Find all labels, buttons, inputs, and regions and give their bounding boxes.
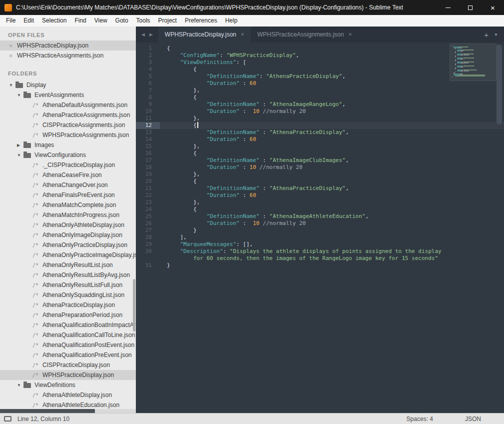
editor[interactable]: 1{2 "ConfigName": "WPHSPracticeDisplay",…: [136, 42, 504, 413]
tab-scroll-left-icon[interactable]: ◀: [141, 32, 145, 37]
chevron-down-icon[interactable]: ▼: [9, 83, 15, 88]
code-line[interactable]: 2 "ConfigName": "WPHSPracticeDisplay",: [136, 52, 504, 59]
code-line[interactable]: 4 {: [136, 66, 504, 73]
tree-file[interactable]: /*AthenaQualificationBoatInImpactArea.js…: [0, 320, 136, 330]
code-line[interactable]: 6 "Duration" : 60: [136, 80, 504, 87]
close-file-icon[interactable]: ×: [7, 52, 14, 60]
code-line[interactable]: 13 "DefinitionName" : "AthenaPracticeDis…: [136, 129, 504, 136]
code-line[interactable]: 5 "DefinitionName": "AthenaPracticeDispl…: [136, 73, 504, 80]
tab-inactive[interactable]: WPHSPracticeAssignments.json×: [251, 26, 358, 42]
tree-file[interactable]: /*AthenaOnlyImageDisplay.json: [0, 230, 136, 240]
tree-file[interactable]: /*WPHSPracticeDisplay.json: [0, 370, 136, 380]
maximize-button[interactable]: [459, 0, 482, 15]
open-file-item[interactable]: ×WPHSPracticeDisplay.json: [0, 40, 136, 50]
code-line[interactable]: 14 "Duration" : 60: [136, 136, 504, 143]
tree-folder[interactable]: ▼Display: [0, 80, 136, 90]
code-line[interactable]: 11 },: [136, 115, 504, 122]
editor-scrollbar-thumb[interactable]: [497, 44, 502, 124]
tree-file[interactable]: /*AthenaChangeOver.json: [0, 180, 136, 190]
tree-file[interactable]: /*AthenaDefaultAssignments.json: [0, 100, 136, 110]
code-line[interactable]: 21 "DefinitionName" : "AthenaPracticeDis…: [136, 185, 504, 192]
code-line[interactable]: 15 },: [136, 143, 504, 150]
code-line[interactable]: 24 {: [136, 206, 504, 213]
menu-item-preferences[interactable]: Preferences: [181, 15, 221, 26]
menu-item-project[interactable]: Project: [154, 15, 181, 26]
tree-file[interactable]: /*AthenaMatchComplete.json: [0, 200, 136, 210]
tree-file[interactable]: /*AthenaOnlyPracticeImageDisplay.json: [0, 250, 136, 260]
code-line[interactable]: 19 },: [136, 171, 504, 178]
tree-file[interactable]: /*AthenaPracticeDisplay.json: [0, 300, 136, 310]
tree-file[interactable]: /*AthenaPracticeAssignments.json: [0, 110, 136, 120]
tree-file[interactable]: /*AthenaOnlyPracticeDisplay.json: [0, 240, 136, 250]
indentation-setting[interactable]: Spaces: 4: [407, 416, 433, 422]
tree-file[interactable]: /*CISPPracticeDisplay.json: [0, 360, 136, 370]
tree-file[interactable]: /*AthenaQualificationPreEvent.json: [0, 350, 136, 360]
menu-item-goto[interactable]: Goto: [111, 15, 132, 26]
chevron-down-icon[interactable]: ▼: [17, 383, 23, 388]
tree-file[interactable]: /*AthenaQualificationCallToLine.json: [0, 330, 136, 340]
tree-file[interactable]: /*AthenaOnlyResultListFull.json: [0, 280, 136, 290]
code-line[interactable]: for 60 seconds, then the images of the R…: [136, 255, 504, 262]
new-tab-icon[interactable]: +: [480, 30, 493, 39]
tree-folder[interactable]: ▼ViewDefinitions: [0, 380, 136, 390]
code-line[interactable]: 31}: [136, 262, 504, 269]
tree-folder[interactable]: ▶Images: [0, 140, 136, 150]
minimap[interactable]: [452, 46, 495, 78]
chevron-right-icon[interactable]: ▶: [17, 143, 23, 148]
code-line[interactable]: 8 {: [136, 94, 504, 101]
tree-folder[interactable]: ▼ViewConfigurations: [0, 150, 136, 160]
tree-file[interactable]: /*AthenaOnlyResultList.json: [0, 260, 136, 270]
code-line[interactable]: 23 },: [136, 199, 504, 206]
menu-item-edit[interactable]: Edit: [19, 15, 38, 26]
code-line[interactable]: 7 },: [136, 87, 504, 94]
code-line[interactable]: 10 "Duration" : 10 //normally 20: [136, 108, 504, 115]
panel-switcher-icon[interactable]: [4, 416, 11, 422]
tree-folder[interactable]: ▼EventAssignments: [0, 90, 136, 100]
sidebar-vertical-scrollbar-thumb[interactable]: [133, 279, 135, 332]
menu-item-tools[interactable]: Tools: [132, 15, 154, 26]
code-line[interactable]: 16 {: [136, 150, 504, 157]
tree-file[interactable]: /*AthenaAthleteEducation.json: [0, 400, 136, 410]
code-line[interactable]: 20 {: [136, 178, 504, 185]
tree-file[interactable]: /*AthenaQualificationPostEvent.json: [0, 340, 136, 350]
menu-item-help[interactable]: Help: [221, 15, 242, 26]
code-line[interactable]: 12 {: [136, 122, 504, 129]
menu-item-find[interactable]: Find: [70, 15, 90, 26]
tab-active[interactable]: WPHSPracticeDisplay.json×: [158, 26, 251, 42]
code-line[interactable]: 25 "DefinitionName" : "AthenaImageAthlet…: [136, 213, 504, 220]
tab-close-icon[interactable]: ×: [241, 31, 244, 38]
code-line[interactable]: 30 "Description": "Displays the athlete …: [136, 248, 504, 255]
tree-file[interactable]: /*AthenaOnlySquaddingList.json: [0, 290, 136, 300]
tree-file[interactable]: /*AthenaFinalsPreEvent.json: [0, 190, 136, 200]
menu-item-view[interactable]: View: [90, 15, 111, 26]
code-line[interactable]: 18 "Duration" : 10 //normally 20: [136, 164, 504, 171]
tree-file[interactable]: /*AthenaMatchInProgress.json: [0, 210, 136, 220]
tree-file[interactable]: /*AthenaPreparationPeriod.json: [0, 310, 136, 320]
tree-file[interactable]: /*CISPPracticeAssignments.json: [0, 120, 136, 130]
open-file-item[interactable]: ×WPHSPracticeAssignments.json: [0, 50, 136, 60]
chevron-down-icon[interactable]: ▼: [17, 93, 23, 98]
menu-item-selection[interactable]: Selection: [38, 15, 70, 26]
tab-scroll-right-icon[interactable]: ▶: [149, 32, 153, 37]
tree-file[interactable]: /*AthenaAthleteDisplay.json: [0, 390, 136, 400]
code-line[interactable]: 26 "Duration" : 10 //normally 20: [136, 220, 504, 227]
close-file-icon[interactable]: ×: [7, 42, 14, 50]
code-line[interactable]: 1{: [136, 45, 504, 52]
tab-close-icon[interactable]: ×: [348, 31, 352, 38]
code-line[interactable]: 9 "DefinitionName" : "AthenaImageRangeLo…: [136, 101, 504, 108]
tree-file[interactable]: /*WPHSPracticeAssignments.json: [0, 130, 136, 140]
syntax-setting[interactable]: JSON: [465, 416, 481, 422]
code-line[interactable]: 3 "ViewDefinitions": [: [136, 59, 504, 66]
tree-file[interactable]: /*._CISPPracticeDisplay.json: [0, 160, 136, 170]
tree-file[interactable]: /*AthenaCeaseFire.json: [0, 170, 136, 180]
code-line[interactable]: 17 "DefinitionName" : "AthenaImageClubIm…: [136, 157, 504, 164]
chevron-down-icon[interactable]: ▼: [17, 153, 23, 158]
code-line[interactable]: 27 }: [136, 227, 504, 234]
tab-overflow-icon[interactable]: ▼: [493, 32, 504, 37]
minimize-button[interactable]: [437, 0, 459, 15]
menu-item-file[interactable]: File: [2, 15, 19, 26]
tree-file[interactable]: /*AthenaOnlyResultListByAvg.json: [0, 270, 136, 280]
code-line[interactable]: 29 "MarqueeMessages": [],: [136, 241, 504, 248]
close-button[interactable]: ×: [482, 0, 504, 15]
tree-file[interactable]: /*AthenaOnlyAthleteDisplay.json: [0, 220, 136, 230]
